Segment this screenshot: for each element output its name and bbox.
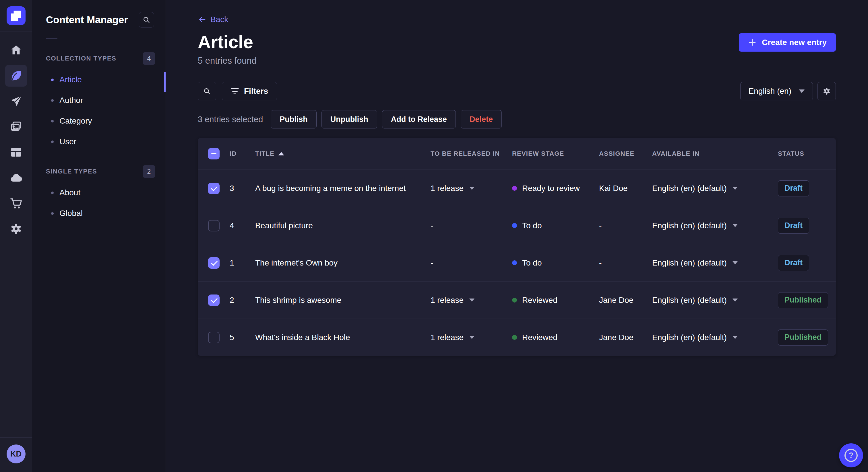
content-manager-feather-icon[interactable] [5, 65, 27, 87]
active-item-indicator [164, 72, 166, 92]
stage-dot-icon [512, 335, 517, 340]
cell-available-in[interactable]: English (en) (default) [652, 333, 778, 342]
cell-id: 4 [229, 221, 255, 230]
cell-release: - [431, 258, 512, 268]
cell-title: A bug is becoming a meme on the internet [255, 184, 431, 193]
sidebar-item-global[interactable]: Global [32, 203, 166, 224]
table-row[interactable]: 2 This shrimp is awesome 1 release Revie… [198, 281, 836, 318]
cell-review-stage: Ready to review [512, 184, 599, 193]
cell-review-stage: Reviewed [512, 296, 599, 305]
chevron-down-icon [733, 299, 738, 302]
cell-title: The internet's Own boy [255, 258, 431, 268]
row-checkbox[interactable] [208, 220, 220, 231]
table-row[interactable]: 4 Beautiful picture - To do - English (e… [198, 207, 836, 244]
sidebar-item-article[interactable]: Article [32, 69, 166, 90]
table-search-button[interactable] [198, 82, 216, 100]
column-header-assignee[interactable]: ASSIGNEE [599, 150, 652, 158]
stage-dot-icon [512, 186, 517, 191]
chevron-down-icon [469, 336, 474, 339]
row-checkbox[interactable] [208, 257, 220, 269]
media-library-icon[interactable] [5, 116, 27, 138]
cell-review-stage: Reviewed [512, 333, 599, 342]
unpublish-button[interactable]: Unpublish [321, 110, 377, 129]
cell-available-in[interactable]: English (en) (default) [652, 221, 778, 230]
column-header-id[interactable]: ID [229, 150, 255, 158]
bullet-icon [51, 99, 54, 102]
sidebar-item-category[interactable]: Category [32, 111, 166, 131]
bullet-icon [51, 140, 54, 143]
sidebar-item-about[interactable]: About [32, 182, 166, 203]
single-types-count-badge: 2 [143, 165, 155, 178]
help-button[interactable]: ? [839, 443, 863, 467]
create-button-label: Create new entry [762, 38, 827, 47]
row-checkbox[interactable] [208, 332, 220, 343]
help-icon: ? [844, 449, 858, 462]
status-badge: Published [778, 292, 828, 308]
home-icon[interactable] [5, 39, 27, 61]
filters-button[interactable]: Filters [222, 82, 277, 100]
gear-icon [823, 87, 831, 96]
cell-assignee: Kai Doe [599, 184, 652, 193]
cell-release[interactable]: 1 release [431, 333, 512, 342]
status-badge: Published [778, 330, 828, 345]
column-header-available[interactable]: AVAILABLE IN [652, 150, 778, 158]
view-settings-button[interactable] [817, 82, 836, 100]
locale-select[interactable]: English (en) [740, 82, 813, 100]
column-header-title[interactable]: TITLE [255, 150, 431, 158]
bulk-actions-bar: 3 entries selected Publish Unpublish Add… [198, 110, 836, 129]
rail-divider [0, 32, 32, 32]
cell-release[interactable]: 1 release [431, 184, 512, 193]
collection-types-count-badge: 4 [143, 52, 155, 65]
strapi-logo[interactable] [7, 6, 26, 25]
rail-nav [5, 39, 27, 240]
sidebar-item-label: About [59, 188, 81, 197]
cell-assignee: - [599, 221, 652, 230]
bullet-icon [51, 78, 54, 81]
column-header-release[interactable]: TO BE RELEASED IN [431, 150, 512, 158]
sidebar-item-user[interactable]: User [32, 131, 166, 152]
table-row[interactable]: 1 The internet's Own boy - To do - Engli… [198, 244, 836, 281]
stage-dot-icon [512, 223, 517, 228]
strapi-logo-glyph [11, 11, 21, 21]
status-badge: Draft [778, 217, 809, 234]
icon-rail: KD [0, 0, 32, 472]
release-send-icon[interactable] [5, 90, 27, 112]
status-badge: Draft [778, 180, 809, 196]
sidebar-item-label: Article [59, 75, 82, 84]
table-row[interactable]: 5 What's inside a Black Hole 1 release R… [198, 318, 836, 356]
settings-gear-icon[interactable] [5, 218, 27, 240]
add-to-release-button[interactable]: Add to Release [382, 110, 456, 129]
chevron-down-icon [733, 224, 738, 227]
locale-value: English (en) [749, 87, 792, 96]
list-toolbar: Filters English (en) [198, 82, 836, 100]
create-new-entry-button[interactable]: Create new entry [739, 33, 836, 52]
cell-release: - [431, 221, 512, 230]
subnav-search-button[interactable] [138, 12, 154, 28]
subnav-title: Content Manager [46, 14, 128, 26]
select-all-checkbox[interactable] [208, 148, 220, 160]
column-header-stage[interactable]: REVIEW STAGE [512, 150, 599, 158]
row-checkbox[interactable] [208, 295, 220, 306]
marketplace-cart-icon[interactable] [5, 193, 27, 214]
chevron-down-icon [733, 261, 738, 264]
publish-button[interactable]: Publish [271, 110, 317, 129]
back-link[interactable]: Back [198, 15, 228, 24]
cell-available-in[interactable]: English (en) (default) [652, 296, 778, 305]
user-avatar[interactable]: KD [7, 444, 26, 463]
rail-bottom-divider [0, 437, 32, 438]
entries-count: 5 entries found [198, 56, 836, 66]
selected-count-text: 3 entries selected [198, 115, 263, 124]
cell-available-in[interactable]: English (en) (default) [652, 184, 778, 193]
deploy-cloud-icon[interactable] [5, 167, 27, 189]
sort-ascending-icon [278, 152, 284, 156]
main-content: Back Article 5 entries found Create new … [166, 0, 868, 472]
cell-id: 2 [229, 296, 255, 305]
cell-release[interactable]: 1 release [431, 296, 512, 305]
table-row[interactable]: 3 A bug is becoming a meme on the intern… [198, 169, 836, 207]
row-checkbox[interactable] [208, 183, 220, 194]
content-type-builder-icon[interactable] [5, 141, 27, 163]
cell-available-in[interactable]: English (en) (default) [652, 258, 778, 268]
column-header-status[interactable]: STATUS [778, 150, 836, 158]
delete-button[interactable]: Delete [461, 110, 502, 129]
sidebar-item-author[interactable]: Author [32, 90, 166, 111]
